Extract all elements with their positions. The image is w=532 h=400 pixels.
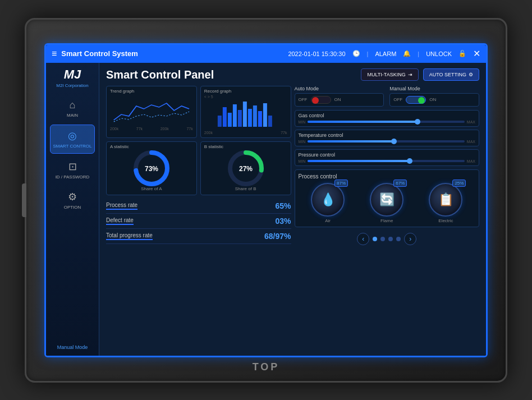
alarm-label[interactable]: ALARM xyxy=(375,50,396,57)
manual-mode-box: Manual Mode OFF ON xyxy=(389,86,479,107)
divider: | xyxy=(367,50,369,57)
page-dot-2[interactable] xyxy=(380,237,385,241)
pressure-slider-thumb[interactable] xyxy=(407,158,412,164)
trend-label-3: 200k xyxy=(160,127,169,131)
air-knob-value: 87% xyxy=(334,180,348,187)
gas-slider-fill xyxy=(308,121,418,123)
main-area: MJ M2I Corporation ⌂ MAIN ◎ SMART CONTRO… xyxy=(46,63,486,356)
a-donut-container: 73% xyxy=(110,151,193,185)
auto-toggle-knob xyxy=(312,97,319,104)
manual-toggle[interactable] xyxy=(406,96,426,104)
charts-row: Trend graph 200k 77k 200k xyxy=(106,86,291,139)
electric-knob-value: 25% xyxy=(452,180,466,187)
temp-slider-track-row: MIN MAX xyxy=(299,140,476,144)
app-title: Smart Control System xyxy=(61,49,283,58)
pagination: ‹ › xyxy=(295,233,480,245)
temp-control-title: Temperature control xyxy=(299,132,476,138)
svg-rect-4 xyxy=(238,110,242,127)
temp-slider-max: MAX xyxy=(467,140,475,144)
gas-control-slider: Gas control MIN MAX xyxy=(295,110,480,127)
svg-rect-7 xyxy=(253,105,257,127)
flame-knob-icon: 🔄 xyxy=(379,192,395,207)
auto-off-label: OFF xyxy=(299,97,308,102)
flame-knob-label: Flame xyxy=(380,218,393,223)
total-rate-row: Total progress rate 68/97% xyxy=(106,229,291,244)
svg-rect-0 xyxy=(218,116,222,127)
air-knob-item: 87% 💧 Air xyxy=(311,183,345,223)
sidebar: MJ M2I Corporation ⌂ MAIN ◎ SMART CONTRO… xyxy=(46,63,99,356)
svg-rect-10 xyxy=(268,116,272,127)
pressure-slider-track[interactable] xyxy=(308,160,464,162)
content-area: Smart Control Panel MULTI-TASKING ⇥ AUTO… xyxy=(99,63,486,356)
svg-rect-9 xyxy=(263,103,267,127)
pressure-control-title: Pressure control xyxy=(299,152,476,158)
trend-label-4: 77k xyxy=(186,127,192,131)
option-icon: ⚙ xyxy=(68,191,77,203)
trend-chart-box: Trend graph 200k 77k 200k xyxy=(106,86,197,139)
lock-icon: 🔓 xyxy=(458,50,466,57)
process-control-title: Process control xyxy=(299,173,476,180)
page-dot-1[interactable] xyxy=(373,237,377,241)
auto-mode-switch[interactable]: OFF ON xyxy=(295,93,384,107)
sidebar-control-label: SMART CONTROL xyxy=(53,144,91,149)
content-header: Smart Control Panel MULTI-TASKING ⇥ AUTO… xyxy=(106,68,479,81)
svg-rect-8 xyxy=(258,111,262,127)
b-stat-box: B statistic 27% Share xyxy=(200,141,291,195)
a-donut-wrap: 73% xyxy=(132,149,171,188)
record-label-1: 200k xyxy=(204,131,213,135)
record-chart-labels: 200k 77k xyxy=(204,131,287,135)
air-knob[interactable]: 87% 💧 xyxy=(311,183,345,217)
sidebar-password-label: ID / PASSWORD xyxy=(56,174,90,180)
b-donut-wrap: 27% xyxy=(226,149,265,188)
sidebar-item-smart-control[interactable]: ◎ SMART CONTROL xyxy=(50,125,95,154)
process-control-section: Process control 87% 💧 Air xyxy=(295,169,480,227)
slider-section: Gas control MIN MAX xyxy=(295,110,480,166)
device-brand: TOP xyxy=(253,361,280,373)
b-donut-container: 27% xyxy=(204,151,287,185)
title-bar: ≡ Smart Control System 2022-01-01 15:30:… xyxy=(46,45,486,63)
trend-label-1: 200k xyxy=(110,127,118,131)
close-button[interactable]: ✕ xyxy=(473,48,480,59)
unlock-label[interactable]: UNLOCK xyxy=(426,50,452,57)
air-knob-icon: 💧 xyxy=(320,192,336,207)
temp-slider-track[interactable] xyxy=(308,140,464,142)
record-label-2: 77k xyxy=(281,131,287,135)
gas-slider-thumb[interactable] xyxy=(415,119,420,125)
temp-slider-thumb[interactable] xyxy=(391,139,397,144)
manual-mode-switch[interactable]: OFF ON xyxy=(389,93,479,107)
electric-knob-icon: 📋 xyxy=(438,192,453,207)
next-page-button[interactable]: › xyxy=(404,233,416,245)
sidebar-item-id-password[interactable]: ⊡ ID / PASSWORD xyxy=(50,156,95,184)
rates-section: Process rate 65% Defect rate 03% Total p… xyxy=(106,199,291,245)
gear-icon: ⚙ xyxy=(469,72,473,77)
flame-knob[interactable]: 67% 🔄 xyxy=(370,183,403,217)
gas-slider-max: MAX xyxy=(467,120,475,124)
auto-toggle[interactable] xyxy=(311,96,331,104)
clock-icon: 🕒 xyxy=(352,50,360,57)
menu-icon[interactable]: ≡ xyxy=(52,49,57,59)
temp-slider-min: MIN xyxy=(299,140,306,144)
datetime-display: 2022-01-01 15:30:30 xyxy=(288,50,345,57)
page-title: Smart Control Panel xyxy=(106,68,214,81)
multitasking-button[interactable]: MULTI-TASKING ⇥ xyxy=(361,68,418,81)
prev-page-button[interactable]: ‹ xyxy=(357,233,369,245)
modes-row: Auto Mode OFF ON Manual M xyxy=(295,86,480,107)
trend-chart-title: Trend graph xyxy=(110,89,193,94)
page-dot-4[interactable] xyxy=(396,237,401,241)
sidebar-item-main[interactable]: ⌂ MAIN xyxy=(50,95,95,122)
svg-rect-1 xyxy=(223,107,227,127)
defect-rate-label: Defect rate xyxy=(106,217,134,225)
sidebar-main-label: MAIN xyxy=(67,113,78,118)
electric-knob[interactable]: 25% 📋 xyxy=(429,183,462,217)
gas-slider-track[interactable] xyxy=(308,121,464,123)
svg-rect-2 xyxy=(228,113,232,127)
manual-toggle-knob xyxy=(418,97,425,104)
page-dot-3[interactable] xyxy=(388,237,393,241)
svg-text:27%: 27% xyxy=(239,165,253,173)
side-handle xyxy=(22,183,26,217)
autosetting-button[interactable]: AUTO SETTING ⚙ xyxy=(423,68,479,81)
autosetting-label: AUTO SETTING xyxy=(429,72,466,77)
auto-mode-box: Auto Mode OFF ON xyxy=(295,86,384,107)
sidebar-item-option[interactable]: ⚙ OPTION xyxy=(50,186,95,214)
title-bar-right: 2022-01-01 15:30:30 🕒 | ALARM 🔔 | UNLOCK… xyxy=(288,48,480,59)
